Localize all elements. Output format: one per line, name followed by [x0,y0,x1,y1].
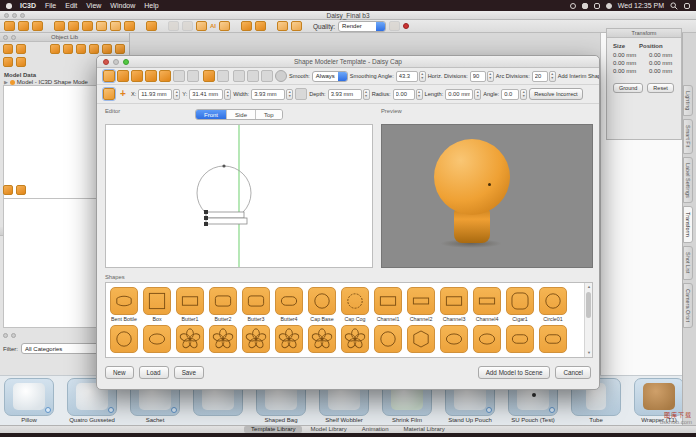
position-z-value[interactable]: 0.00 mm [649,68,672,74]
menu-window[interactable]: Window [110,2,135,9]
obj-tool-3-icon[interactable] [76,44,86,54]
smoothing-angle-input[interactable] [396,71,418,82]
y-stepper[interactable] [224,89,231,100]
shape-tile-daisy6[interactable] [341,325,369,353]
cancel-button[interactable]: Cancel [555,366,591,379]
orbit-tool-icon[interactable] [124,21,135,31]
shape-tile-circle2[interactable] [374,325,402,353]
width-input[interactable] [251,89,285,100]
shape-tile-butter2[interactable] [209,287,237,315]
open-file-icon[interactable] [18,21,29,31]
add-layer-icon[interactable] [3,185,13,195]
tab-lighting[interactable]: Lighting [683,85,693,116]
search-icon[interactable] [670,2,678,10]
horiz-divisions-stepper[interactable] [487,71,494,82]
arc-icon[interactable] [247,70,259,82]
add-model-to-scene-button[interactable]: Add Model to Scene [478,366,551,379]
arc-divisions-input[interactable] [532,71,548,82]
paint-depth-icon[interactable] [295,88,307,100]
depth-stepper[interactable] [363,89,370,100]
shape-tile-circle[interactable] [110,325,138,353]
length-stepper[interactable] [474,89,481,100]
x-stepper[interactable] [173,89,180,100]
tab-camera-orbit[interactable]: Camera Orbit [683,283,693,328]
window-traffic-lights[interactable] [4,13,25,18]
rotate-tool-icon[interactable] [96,21,107,31]
scroll-down-icon[interactable]: ▼ [585,349,593,357]
save-file-icon[interactable] [32,21,43,31]
shape-tile-butter3[interactable] [242,287,270,315]
shape-tile-daisy1[interactable] [176,325,204,353]
camera-icon[interactable] [255,21,266,31]
size-y-value[interactable]: 0.00 mm [613,60,641,66]
radius-input[interactable] [393,89,415,100]
shape-tile-ellipse3[interactable] [473,325,501,353]
align-icon[interactable] [168,21,179,31]
bluetooth-icon[interactable] [582,3,588,9]
menu-app[interactable]: IC3D [20,2,36,9]
library-panel-controls[interactable] [3,333,16,338]
shape-tile-butter4[interactable] [275,287,303,315]
minimize-icon[interactable] [113,59,119,65]
undo-icon[interactable] [277,21,288,31]
group-icon[interactable] [182,21,193,31]
tab-top[interactable]: Top [256,110,282,119]
width-stepper[interactable] [286,89,293,100]
control-center-icon[interactable] [684,3,690,9]
active-shape-icon[interactable] [103,88,115,100]
new-file-icon[interactable] [4,21,15,31]
tab-front[interactable]: Front [196,110,227,119]
zoom-in-icon[interactable] [117,70,129,82]
new-button[interactable]: New [105,366,134,379]
shape-tile-daisy5[interactable] [308,325,336,353]
shape-tile-bent-bottle[interactable] [110,287,138,315]
open-object-icon[interactable] [16,44,26,54]
tab-animation[interactable]: Animation [355,426,396,433]
freeform-icon[interactable] [145,70,157,82]
star-tool-icon[interactable] [196,21,207,31]
battery-icon[interactable] [606,3,612,9]
scale-tool-icon[interactable] [110,21,121,31]
menu-help[interactable]: Help [144,2,158,9]
mirror-icon[interactable] [159,70,171,82]
angle-stepper[interactable] [520,89,527,100]
horiz-divisions-input[interactable] [470,71,486,82]
resolve-incorrect-button[interactable]: Resolve Incorrect [529,88,583,100]
obj-tool-1-icon[interactable] [50,44,60,54]
profile-editor-canvas[interactable] [105,124,373,268]
record-icon[interactable] [403,23,409,29]
x-input[interactable] [138,89,172,100]
depth-input[interactable] [328,89,362,100]
redo-icon[interactable] [291,21,302,31]
position-x-value[interactable]: 0.00 mm [649,52,672,58]
material-icon[interactable] [241,21,252,31]
tab-label-settings[interactable]: Label Settings [683,157,693,204]
zoom-tool-icon[interactable] [68,21,79,31]
obj-tool-6-icon[interactable] [115,44,125,54]
menu-edit[interactable]: Edit [65,2,77,9]
angle-input[interactable] [501,89,519,100]
obj-tool-5-icon[interactable] [102,44,112,54]
obj-tool-4-icon[interactable] [89,44,99,54]
zoom-icon[interactable] [123,59,129,65]
rect-shape-icon[interactable] [203,70,215,82]
preview-3d-canvas[interactable] [381,124,593,268]
y-input[interactable] [189,89,223,100]
length-input[interactable] [445,89,473,100]
select-tool-icon[interactable] [54,21,65,31]
tab-model-library[interactable]: Model Library [303,426,353,433]
arc-divisions-stepper[interactable] [549,71,556,82]
save-button[interactable]: Save [174,366,204,379]
ai-tool-icon[interactable]: AI [210,23,216,29]
pan-tool-icon[interactable] [82,21,93,31]
cut-tool-icon[interactable] [146,21,157,31]
shape-tile-circle01[interactable] [539,287,567,315]
position-y-value[interactable]: 0.00 mm [649,60,672,66]
menu-view[interactable]: View [86,2,101,9]
shape-tile-butter1[interactable] [176,287,204,315]
folder-icon[interactable] [3,57,13,67]
shape-tile-daisy2[interactable] [209,325,237,353]
shape-tile-cap-base[interactable] [308,287,336,315]
dialog-traffic-lights[interactable] [103,59,129,65]
tab-material-library[interactable]: Material Library [397,426,452,433]
